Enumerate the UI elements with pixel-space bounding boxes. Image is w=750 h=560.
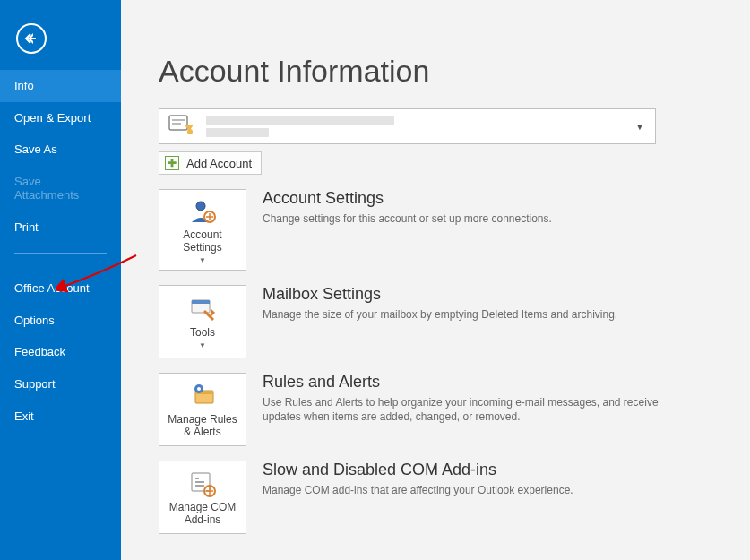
svg-rect-8: [192, 300, 210, 304]
chevron-down-icon: ▼: [199, 341, 206, 349]
tile-manage-rules[interactable]: Manage Rules & Alerts: [159, 373, 246, 446]
section-desc: Use Rules and Alerts to help organize yo…: [263, 395, 696, 424]
nav-label: Save Attachments: [14, 175, 79, 202]
nav-label: Exit: [14, 409, 34, 423]
tile-label: Tools: [190, 327, 215, 340]
account-name-redacted: [206, 116, 646, 137]
nav-label: Open & Export: [14, 111, 91, 125]
nav-separator: [14, 253, 107, 254]
svg-point-12: [197, 387, 201, 391]
account-settings-icon: [188, 197, 217, 226]
section-rules-alerts: Manage Rules & Alerts Rules and Alerts U…: [159, 373, 696, 446]
svg-point-4: [187, 129, 193, 134]
tools-icon: [188, 295, 217, 323]
section-title: Slow and Disabled COM Add-ins: [263, 461, 696, 479]
nav-feedback[interactable]: Feedback: [0, 336, 121, 368]
section-account-settings: Account Settings ▼ Account Settings Chan…: [159, 189, 696, 271]
tile-label: Account Settings: [163, 229, 242, 254]
account-icon: [168, 112, 197, 141]
nav-label: Support: [14, 377, 56, 391]
add-account-label: Add Account: [186, 157, 252, 170]
nav-label: Info: [14, 79, 34, 92]
svg-rect-1: [172, 119, 185, 121]
tile-account-settings[interactable]: Account Settings ▼: [159, 189, 246, 271]
section-com-addins: Manage COM Add-ins Slow and Disabled COM…: [159, 461, 696, 534]
chevron-down-icon: ▼: [199, 256, 206, 264]
main-pane: Account Information ▼ ✚ Add Account Acco…: [121, 0, 750, 560]
add-account-button[interactable]: ✚ Add Account: [159, 151, 262, 175]
nav-office-account[interactable]: Office Account: [0, 259, 121, 305]
account-selector[interactable]: ▼: [159, 108, 656, 144]
chevron-down-icon: ▼: [635, 122, 644, 132]
section-title: Mailbox Settings: [263, 285, 696, 304]
section-title: Account Settings: [263, 189, 696, 208]
tile-manage-com-addins[interactable]: Manage COM Add-ins: [159, 461, 246, 534]
nav-print[interactable]: Print: [0, 211, 121, 244]
rules-icon: [188, 382, 217, 410]
nav-save-attachments: Save Attachments: [0, 166, 121, 211]
tile-label: Manage Rules & Alerts: [163, 414, 242, 439]
plus-icon: ✚: [165, 156, 179, 170]
nav-label: Save As: [14, 142, 57, 156]
section-desc: Manage the size of your mailbox by empty…: [263, 307, 696, 322]
nav-label: Print: [14, 220, 39, 234]
section-desc: Manage COM add-ins that are affecting yo…: [263, 483, 696, 497]
nav-open-export[interactable]: Open & Export: [0, 102, 121, 134]
section-mailbox-settings: Tools ▼ Mailbox Settings Manage the size…: [159, 285, 696, 358]
nav-save-as[interactable]: Save As: [0, 134, 121, 166]
back-button[interactable]: [16, 23, 47, 54]
nav-support[interactable]: Support: [0, 368, 121, 401]
nav-label: Options: [14, 314, 55, 327]
svg-rect-2: [172, 123, 181, 125]
nav-options[interactable]: Options: [0, 305, 121, 337]
backstage-sidebar: Info Open & Export Save As Save Attachme…: [0, 0, 121, 560]
nav-label: Feedback: [14, 345, 65, 358]
svg-point-5: [196, 202, 205, 211]
addins-icon: [188, 470, 217, 498]
section-title: Rules and Alerts: [263, 373, 696, 392]
page-title: Account Information: [159, 54, 750, 89]
tile-tools[interactable]: Tools ▼: [159, 285, 246, 358]
tile-label: Manage COM Add-ins: [163, 502, 242, 527]
back-arrow-icon: [24, 31, 39, 46]
nav-label: Office Account: [14, 281, 90, 295]
nav-info[interactable]: Info: [0, 70, 121, 102]
section-desc: Change settings for this account or set …: [263, 211, 696, 226]
nav-exit[interactable]: Exit: [0, 401, 121, 433]
